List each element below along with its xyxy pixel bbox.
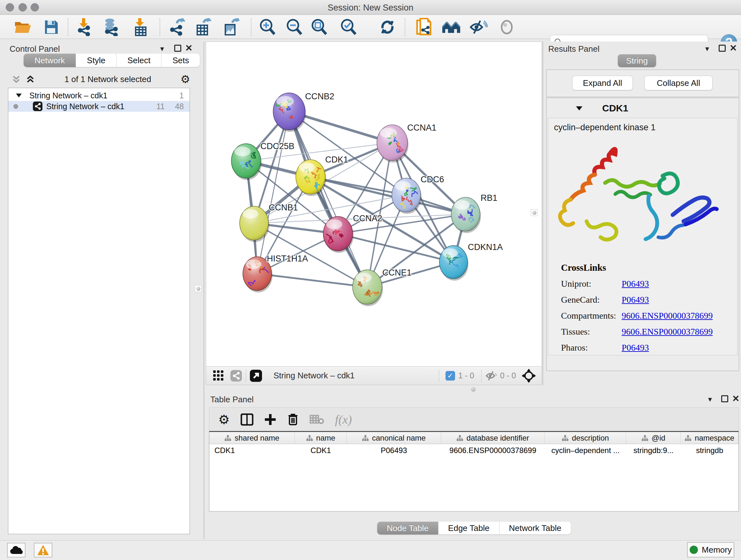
new-network-from-selection-button[interactable] — [414, 17, 434, 37]
zoom-selected-button[interactable] — [338, 17, 359, 37]
panel-close-icon[interactable]: ✕ — [730, 43, 737, 53]
crosshair-icon[interactable] — [522, 369, 536, 383]
node-CCNE1[interactable]: CCNE1 — [353, 268, 412, 306]
network-canvas[interactable]: CCNB2CCNA1CDC25BCDK1CDC6RB1CCNB1CCNA2CDK… — [206, 42, 542, 367]
horizontal-splitter-handle[interactable] — [471, 387, 475, 392]
table-row[interactable]: CDK1CDK1P064939606.ENSP00000378699cyclin… — [209, 444, 738, 457]
crosslink-link[interactable]: P06493 — [622, 279, 649, 289]
panel-collapse-icon[interactable]: ▼ — [159, 45, 165, 53]
entry-gene-name: CDK1 — [602, 103, 628, 114]
delete-column-trash-icon[interactable] — [287, 413, 299, 426]
network-row[interactable]: String Network – cdk1 11 48 — [8, 101, 190, 112]
hide-selected-button[interactable] — [468, 17, 489, 37]
tab-node-table[interactable]: Node Table — [377, 522, 439, 535]
memory-button[interactable]: Memory — [687, 542, 734, 557]
add-column-icon[interactable] — [264, 414, 276, 426]
panel-close-icon[interactable]: ✕ — [732, 393, 739, 404]
table-cell[interactable]: P06493 — [347, 444, 441, 457]
results-splitter-handle[interactable] — [531, 209, 538, 216]
birds-eye-grid-icon[interactable] — [213, 370, 224, 381]
column-header-namespace[interactable]: namespace — [681, 432, 738, 444]
selected-checkbox-icon[interactable]: ✓ — [446, 371, 455, 381]
save-session-button[interactable] — [41, 17, 61, 37]
node-CCNB2[interactable]: CCNB2 — [273, 91, 334, 132]
table-cell[interactable]: 9606.ENSP00000378699 — [441, 444, 545, 457]
show-columns-icon[interactable] — [241, 414, 253, 426]
panel-float-icon[interactable] — [721, 395, 728, 404]
network-type-icon[interactable] — [230, 370, 242, 381]
crosslink-link[interactable]: 9606.ENSP00000378699 — [622, 311, 713, 321]
open-session-button[interactable] — [13, 17, 33, 37]
column-header-name[interactable]: name — [295, 432, 347, 444]
export-table-icon — [195, 18, 211, 36]
column-header-description[interactable]: description — [545, 432, 626, 444]
expand-all-icon[interactable] — [25, 74, 35, 84]
expand-all-button[interactable]: Expand All — [572, 76, 633, 90]
tab-select[interactable]: Select — [117, 54, 161, 67]
crosslink-link[interactable]: P06493 — [622, 295, 649, 305]
tab-edge-table[interactable]: Edge Table — [439, 522, 499, 535]
network-graph[interactable]: CCNB2CCNA1CDC25BCDK1CDC6RB1CCNB1CCNA2CDK… — [206, 42, 542, 366]
table-cell[interactable]: cyclin–dependent ... — [545, 444, 626, 457]
show-all-button[interactable] — [496, 17, 517, 37]
crosslink-link[interactable]: 9606.ENSP00000378699 — [622, 327, 713, 337]
edge-HIST1H1A-CCNE1[interactable] — [257, 273, 367, 287]
cloud-button[interactable] — [7, 543, 25, 557]
column-header--id[interactable]: @id — [626, 432, 681, 444]
tree-expand-icon[interactable] — [15, 93, 22, 98]
column-header-shared-name[interactable]: shared name — [209, 432, 295, 444]
column-header-canonical-name[interactable]: canonical name — [347, 432, 441, 444]
collapse-all-button[interactable]: Collapse All — [644, 76, 713, 90]
panel-float-icon[interactable] — [719, 45, 726, 54]
table-toolbar: ⚙ f(x) — [209, 408, 739, 431]
tab-network-table[interactable]: Network Table — [499, 522, 571, 535]
results-divider[interactable] — [542, 42, 543, 385]
table-settings-gear-icon[interactable]: ⚙ — [218, 412, 230, 427]
collapse-all-icon[interactable] — [11, 74, 21, 84]
edge-CCNB2-HIST1H1A[interactable] — [257, 111, 289, 273]
node-CDKN1A[interactable]: CDKN1A — [440, 242, 503, 281]
tab-sets[interactable]: Sets — [161, 54, 200, 67]
first-neighbors-button[interactable] — [441, 17, 461, 37]
zoom-in-button[interactable] — [257, 17, 278, 37]
panel-collapse-icon[interactable]: ▼ — [707, 396, 713, 403]
table-cell[interactable]: CDK1 — [295, 444, 347, 457]
node-label-CCNB1: CCNB1 — [269, 203, 298, 212]
panel-divider[interactable] — [204, 42, 204, 539]
tab-string[interactable]: String — [618, 54, 656, 67]
export-table-button[interactable] — [193, 17, 213, 37]
export-network-button[interactable] — [166, 17, 187, 37]
panel-close-icon[interactable]: ✕ — [185, 43, 192, 53]
table-cell[interactable]: CDK1 — [209, 444, 295, 457]
open-in-window-icon[interactable] — [250, 370, 262, 382]
crosslink-link[interactable]: P06493 — [622, 343, 649, 353]
gear-icon[interactable]: ⚙ — [181, 73, 190, 85]
tab-network[interactable]: Network — [23, 54, 76, 67]
warnings-button[interactable] — [34, 543, 52, 557]
node-table[interactable]: shared namenamecanonical namedatabase id… — [209, 431, 739, 511]
node-HIST1H1A[interactable]: HIST1H1A — [243, 254, 308, 293]
zoom-fit-button[interactable] — [309, 17, 329, 37]
node-CDK1[interactable]: CDK1 — [296, 155, 348, 196]
export-image-button[interactable] — [221, 17, 241, 37]
import-table-from-file-button[interactable] — [130, 17, 151, 37]
tab-style[interactable]: Style — [76, 54, 117, 67]
import-network-from-database-button[interactable] — [100, 17, 121, 37]
import-network-from-file-button[interactable] — [73, 17, 94, 37]
node-CCNA2[interactable]: CCNA2 — [323, 213, 382, 253]
column-header-database-identifier[interactable]: database identifier — [441, 432, 545, 444]
table-cell[interactable]: stringdb — [681, 444, 738, 457]
protein-structure-image — [551, 135, 730, 263]
node-CCNB1[interactable]: CCNB1 — [240, 203, 298, 242]
entry-expand-icon[interactable] — [576, 106, 583, 111]
delete-table-icon — [310, 414, 324, 425]
panel-splitter-handle[interactable] — [195, 285, 202, 292]
table-cell[interactable]: stringdb:9... — [626, 444, 681, 457]
panel-collapse-icon[interactable]: ▼ — [704, 45, 711, 53]
refresh-button[interactable] — [377, 17, 398, 37]
node-RB1[interactable]: RB1 — [451, 193, 497, 233]
panel-float-icon[interactable] — [174, 45, 181, 54]
entry-header[interactable]: CDK1 — [548, 99, 738, 117]
zoom-out-button[interactable] — [284, 17, 305, 37]
network-collection-row[interactable]: String Network – cdk1 1 — [8, 90, 190, 101]
